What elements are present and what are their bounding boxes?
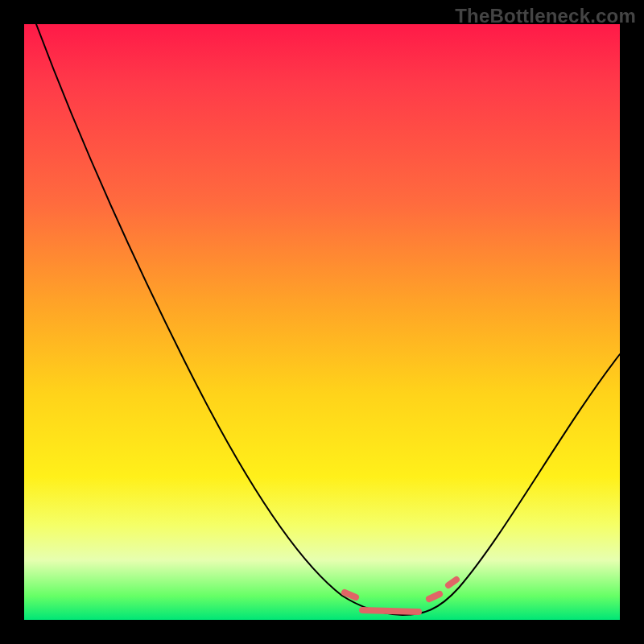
plot-area: [24, 24, 620, 620]
chart-frame: TheBottleneck.com: [0, 0, 644, 644]
bottleneck-curve: [36, 24, 620, 615]
bottom-marker-segments: [345, 580, 456, 612]
chart-svg: [24, 24, 620, 620]
